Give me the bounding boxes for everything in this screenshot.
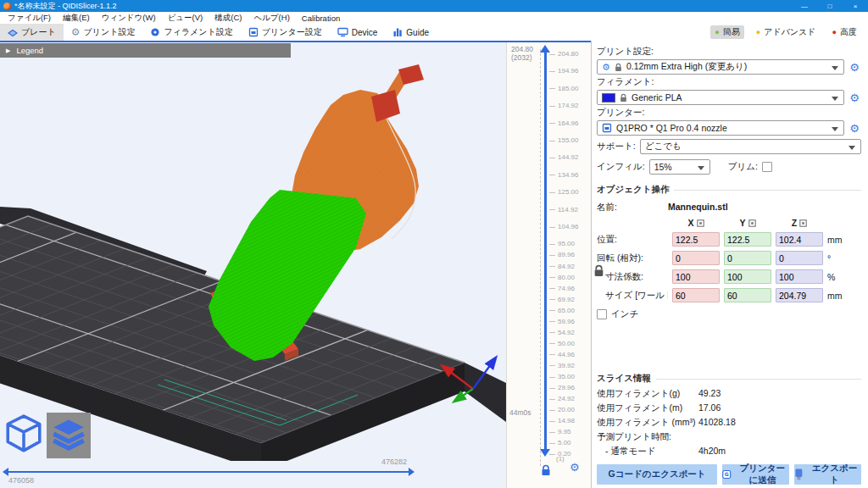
menu-item[interactable]: ヘルプ(H) bbox=[248, 12, 295, 24]
layer-slider-track[interactable] bbox=[544, 53, 547, 449]
mode-advanced[interactable]: ● アドバンスド bbox=[752, 25, 821, 39]
chevron-down-icon bbox=[832, 97, 838, 101]
rotation-z-input[interactable] bbox=[776, 251, 823, 265]
device-monitor-icon bbox=[337, 27, 348, 37]
reset-icon[interactable] bbox=[697, 219, 704, 227]
filament-combo[interactable]: Generic PLA bbox=[597, 90, 844, 105]
mode-simple[interactable]: ● 簡易 bbox=[710, 25, 743, 39]
scale-y-input[interactable] bbox=[724, 269, 771, 284]
brim-checkbox[interactable] bbox=[762, 162, 772, 172]
position-z-input[interactable] bbox=[776, 232, 823, 247]
gear-icon: ⚙ bbox=[71, 27, 81, 37]
axis-y-header: Y bbox=[724, 218, 771, 228]
unit-label: % bbox=[827, 272, 861, 282]
layer-tick: 174.92 bbox=[549, 103, 578, 109]
3d-editor-view-icon[interactable] bbox=[3, 413, 44, 455]
size-x-input[interactable] bbox=[672, 288, 720, 302]
layer-tick: 84.92 bbox=[549, 263, 575, 270]
size-label: サイズ [ワールド]: bbox=[597, 290, 668, 302]
chevron-down-icon bbox=[698, 166, 704, 170]
filament-mm3-value: 41028.18 bbox=[698, 417, 861, 429]
guide-bars-icon bbox=[392, 27, 403, 37]
position-x-input[interactable] bbox=[672, 232, 720, 247]
slice-info-header: スライス情報 bbox=[597, 373, 861, 385]
reset-icon[interactable] bbox=[748, 219, 756, 227]
edit-printer-button[interactable]: ⚙ bbox=[848, 122, 861, 135]
hslider-right-arrow[interactable] bbox=[409, 468, 415, 476]
lock-icon[interactable] bbox=[541, 464, 551, 476]
3d-viewport[interactable]: ▶ Legend 476282 bbox=[0, 42, 506, 488]
chevron-down-icon bbox=[832, 66, 838, 70]
preview-view-button[interactable] bbox=[47, 413, 91, 458]
export-button[interactable]: エクスポート bbox=[794, 464, 861, 485]
layer-tick: 204.80 bbox=[549, 51, 578, 58]
red-dot-icon: ● bbox=[832, 29, 837, 36]
maximize-button[interactable]: □ bbox=[817, 0, 843, 12]
object-name-value: Mannequin.stl bbox=[668, 202, 728, 214]
menu-item[interactable]: Calibration bbox=[296, 12, 346, 24]
filament-label: フィラメント: bbox=[597, 76, 861, 88]
layer-slider-ticks: 204.80194.96185.00174.92164.96155.00144.… bbox=[549, 49, 592, 473]
tab-guide[interactable]: Guide bbox=[385, 24, 437, 41]
printer-combo[interactable]: Q1PRO * Q1 Pro 0.4 nozzle bbox=[597, 120, 844, 136]
filament-color-swatch bbox=[602, 93, 615, 103]
tab-print-settings[interactable]: ⚙ プリント設定 bbox=[64, 24, 143, 41]
svg-text:G: G bbox=[725, 471, 729, 477]
scale-z-input[interactable] bbox=[776, 269, 823, 284]
support-label: サポート: bbox=[597, 141, 636, 152]
scene-3d-canvas[interactable] bbox=[0, 42, 506, 461]
tab-printer-settings[interactable]: プリンター設定 bbox=[241, 24, 330, 41]
print-settings-combo[interactable]: ⚙ 0.12mm Extra High (変更あり) bbox=[597, 59, 844, 75]
reset-icon[interactable] bbox=[799, 219, 807, 227]
layer-tick: 89.96 bbox=[549, 252, 575, 258]
menu-item[interactable]: ウィンドウ(W) bbox=[96, 12, 162, 24]
size-y-input[interactable] bbox=[724, 288, 771, 302]
mode-switcher: ● 簡易 ● アドバンスド ● 高度 bbox=[710, 24, 868, 41]
yellow-dot-icon: ● bbox=[756, 29, 760, 36]
print-time-value bbox=[698, 431, 861, 443]
rotation-y-input[interactable] bbox=[724, 251, 771, 265]
hslider-track[interactable] bbox=[8, 471, 409, 473]
object-manipulation-header: オブジェクト操作 bbox=[597, 184, 861, 196]
gear-icon[interactable]: ⚙ bbox=[570, 461, 580, 474]
menu-item[interactable]: ビュー(V) bbox=[162, 12, 209, 24]
tab-device[interactable]: Device bbox=[330, 24, 386, 41]
layer-tick: 44.96 bbox=[549, 352, 575, 358]
mode-expert[interactable]: ● 高度 bbox=[828, 25, 861, 39]
printer-label: プリンター: bbox=[597, 107, 861, 119]
rotation-x-input[interactable] bbox=[672, 251, 720, 265]
scale-x-input[interactable] bbox=[672, 269, 720, 284]
send-to-printer-button[interactable]: G プリンターに送信 bbox=[722, 464, 789, 485]
view-switcher bbox=[3, 413, 91, 458]
normal-mode-value: 4h20m bbox=[698, 446, 861, 458]
layer-tick: 104.96 bbox=[549, 224, 578, 230]
infill-combo[interactable]: 15% bbox=[649, 159, 710, 175]
tab-filament-settings[interactable]: フィラメント設定 bbox=[142, 24, 240, 41]
edit-print-settings-button[interactable]: ⚙ bbox=[848, 61, 861, 74]
tab-plate[interactable]: プレート bbox=[0, 24, 64, 41]
position-y-input[interactable] bbox=[724, 232, 771, 247]
layer-tick: 144.92 bbox=[549, 154, 578, 161]
layer-tick: 50.00 bbox=[549, 341, 575, 347]
print-settings-label: プリント設定: bbox=[597, 46, 861, 58]
edit-filament-button[interactable]: ⚙ bbox=[848, 92, 861, 104]
menu-item[interactable]: 構成(C) bbox=[209, 12, 248, 24]
axis-z-header: Z bbox=[776, 218, 823, 228]
unit-label: ° bbox=[827, 253, 861, 263]
gear-icon: ⚙ bbox=[602, 63, 610, 72]
size-z-input[interactable] bbox=[776, 288, 823, 302]
legend-bar[interactable]: ▶ Legend bbox=[0, 43, 291, 58]
export-gcode-button[interactable]: Gコードのエクスポート bbox=[597, 464, 717, 485]
layer-tick: 5.00 bbox=[549, 440, 571, 446]
lock-icon[interactable] bbox=[593, 264, 604, 277]
print-time-label: 予測プリント時間: bbox=[597, 431, 698, 443]
inches-checkbox[interactable] bbox=[597, 309, 607, 319]
minimize-button[interactable]: — bbox=[792, 0, 817, 12]
support-combo[interactable]: どこでも bbox=[640, 139, 861, 154]
layers-icon bbox=[49, 416, 88, 455]
settings-panel: プリント設定: ⚙ 0.12mm Extra High (変更あり) ⚙ フィラ… bbox=[591, 41, 868, 488]
hslider-left-arrow[interactable] bbox=[3, 468, 8, 476]
menu-item[interactable]: 編集(E) bbox=[57, 12, 96, 24]
close-button[interactable]: × bbox=[843, 0, 868, 12]
menu-item[interactable]: ファイル(F) bbox=[2, 12, 57, 24]
